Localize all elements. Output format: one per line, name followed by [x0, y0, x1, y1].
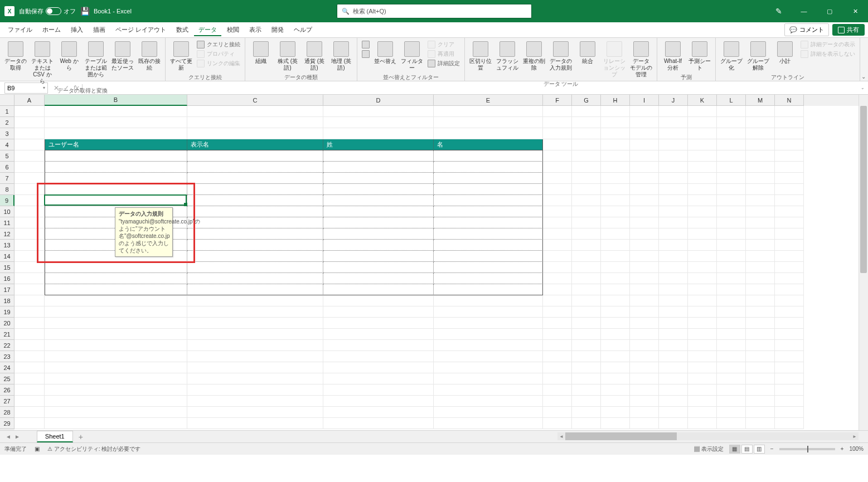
- cell-M2[interactable]: [746, 117, 775, 128]
- table-cell-C13[interactable]: [187, 240, 323, 251]
- cell-H13[interactable]: [601, 240, 630, 251]
- table-cell-E13[interactable]: [434, 240, 543, 251]
- table-cell-D10[interactable]: [323, 206, 434, 217]
- cell-I18[interactable]: [630, 295, 659, 306]
- cell-D22[interactable]: [323, 340, 434, 351]
- cell-K5[interactable]: [688, 150, 717, 162]
- cell-L1[interactable]: [717, 106, 746, 117]
- cell-A22[interactable]: [14, 340, 45, 351]
- table-cell-E5[interactable]: [434, 150, 543, 162]
- cell-H9[interactable]: [601, 195, 630, 206]
- cell-N24[interactable]: [775, 362, 804, 373]
- cell-I7[interactable]: [630, 173, 659, 184]
- cell-C2[interactable]: [187, 117, 323, 128]
- zoom-slider[interactable]: [779, 448, 835, 450]
- cell-J21[interactable]: [659, 329, 688, 340]
- cell-I22[interactable]: [630, 340, 659, 351]
- cell-G15[interactable]: [572, 262, 601, 273]
- cell-L26[interactable]: [717, 384, 746, 396]
- cell-K28[interactable]: [688, 407, 717, 418]
- cell-A13[interactable]: [14, 240, 45, 251]
- cell-A10[interactable]: [14, 206, 45, 217]
- cell-J6[interactable]: [659, 162, 688, 173]
- cell-D20[interactable]: [323, 318, 434, 329]
- vscroll-thumb[interactable]: [860, 106, 867, 273]
- cell-N10[interactable]: [775, 206, 804, 217]
- cell-A11[interactable]: [14, 217, 45, 228]
- table-cell-C5[interactable]: [187, 150, 323, 162]
- cell-H19[interactable]: [601, 306, 630, 318]
- cell-A26[interactable]: [14, 384, 45, 396]
- row-header-19[interactable]: 19: [0, 306, 14, 318]
- cell-J3[interactable]: [659, 128, 688, 139]
- cell-D18[interactable]: [323, 295, 434, 306]
- cell-M16[interactable]: [746, 273, 775, 284]
- cell-K6[interactable]: [688, 162, 717, 173]
- cell-M19[interactable]: [746, 306, 775, 318]
- cell-F6[interactable]: [543, 162, 572, 173]
- cell-J22[interactable]: [659, 340, 688, 351]
- cell-H23[interactable]: [601, 351, 630, 362]
- cell-E24[interactable]: [434, 362, 543, 373]
- cell-C25[interactable]: [187, 373, 323, 384]
- cell-I19[interactable]: [630, 306, 659, 318]
- cell-C28[interactable]: [187, 407, 323, 418]
- page-layout-view-button[interactable]: ▤: [741, 445, 753, 454]
- cell-F23[interactable]: [543, 351, 572, 362]
- cell-H17[interactable]: [601, 284, 630, 295]
- page-break-view-button[interactable]: ▥: [754, 445, 765, 454]
- table-header-E[interactable]: 名: [434, 139, 543, 150]
- cell-J20[interactable]: [659, 318, 688, 329]
- row-header-16[interactable]: 16: [0, 273, 14, 284]
- close-button[interactable]: ✕: [842, 0, 868, 22]
- table-cell-D7[interactable]: [323, 173, 434, 184]
- col-header-B[interactable]: B: [45, 95, 187, 106]
- cell-M24[interactable]: [746, 362, 775, 373]
- horizontal-scrollbar[interactable]: [557, 432, 859, 440]
- cell-G19[interactable]: [572, 306, 601, 318]
- table-cell-E15[interactable]: [434, 262, 543, 273]
- cell-M11[interactable]: [746, 217, 775, 228]
- cell-A20[interactable]: [14, 318, 45, 329]
- cell-G18[interactable]: [572, 295, 601, 306]
- cell-I15[interactable]: [630, 262, 659, 273]
- cell-L10[interactable]: [717, 206, 746, 217]
- select-all-corner[interactable]: [0, 95, 14, 106]
- save-icon[interactable]: 💾: [80, 7, 89, 16]
- cell-I8[interactable]: [630, 184, 659, 195]
- cell-L25[interactable]: [717, 373, 746, 384]
- ribbon-btn-通貨 (英語)[interactable]: 通貨 (英語): [302, 40, 327, 72]
- cell-H16[interactable]: [601, 273, 630, 284]
- cell-N13[interactable]: [775, 240, 804, 251]
- cell-M9[interactable]: [746, 195, 775, 206]
- ribbon-btn-重複の削除[interactable]: 重複の削除: [522, 40, 546, 72]
- zoom-level[interactable]: 100%: [849, 446, 864, 452]
- cell-H26[interactable]: [601, 384, 630, 396]
- cell-F2[interactable]: [543, 117, 572, 128]
- menu-ファイル[interactable]: ファイル: [3, 23, 37, 36]
- cell-M29[interactable]: [746, 418, 775, 429]
- cell-J7[interactable]: [659, 173, 688, 184]
- cell-N21[interactable]: [775, 329, 804, 340]
- cell-B27[interactable]: [45, 396, 187, 407]
- cell-J25[interactable]: [659, 373, 688, 384]
- menu-校閲[interactable]: 校閲: [222, 23, 244, 36]
- cell-I29[interactable]: [630, 418, 659, 429]
- formula-expand-button[interactable]: ⌄: [857, 85, 868, 90]
- cell-M27[interactable]: [746, 396, 775, 407]
- cell-I25[interactable]: [630, 373, 659, 384]
- cell-J24[interactable]: [659, 362, 688, 373]
- table-cell-D8[interactable]: [323, 184, 434, 195]
- cell-H8[interactable]: [601, 184, 630, 195]
- cell-K11[interactable]: [688, 217, 717, 228]
- cell-F26[interactable]: [543, 384, 572, 396]
- cell-N16[interactable]: [775, 273, 804, 284]
- cell-K2[interactable]: [688, 117, 717, 128]
- table-cell-D16[interactable]: [323, 273, 434, 284]
- cell-B2[interactable]: [45, 117, 187, 128]
- cell-C26[interactable]: [187, 384, 323, 396]
- cell-E2[interactable]: [434, 117, 543, 128]
- ribbon-btn-フィルター[interactable]: フィルター: [400, 40, 424, 72]
- cell-I17[interactable]: [630, 284, 659, 295]
- row-header-24[interactable]: 24: [0, 362, 14, 373]
